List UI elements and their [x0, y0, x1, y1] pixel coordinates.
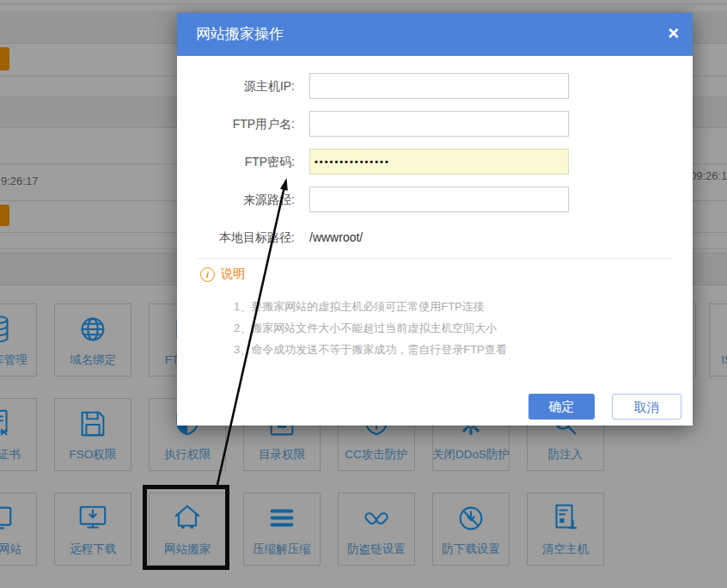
target-path-label: 本地目标路径: — [177, 224, 295, 250]
ftp-user-input[interactable] — [309, 111, 569, 137]
dialog-title: 网站搬家操作 — [196, 13, 284, 56]
ftp-user-label: FTP用户名: — [177, 111, 295, 137]
note-item: 1、要搬家网站的虚拟主机必须可正常使用FTP连接 — [234, 299, 485, 315]
cancel-button[interactable]: 取消 — [612, 394, 681, 420]
ftp-password-label: FTP密码: — [177, 149, 295, 175]
source-ip-label: 源主机IP: — [177, 73, 295, 99]
info-icon: i — [200, 267, 215, 282]
note-item: 2、搬家网站文件大小不能超过当前虚拟主机空间大小 — [234, 321, 497, 336]
source-ip-input[interactable] — [309, 73, 569, 99]
close-icon[interactable]: × — [668, 13, 679, 54]
annotation-highlight-box — [143, 485, 229, 570]
ftp-password-input[interactable] — [309, 149, 569, 175]
confirm-button[interactable]: 确定 — [528, 394, 595, 420]
note-title: 说明 — [221, 266, 245, 282]
source-path-label: 来源路径: — [177, 187, 295, 212]
site-mover-dialog: 网站搬家操作 × 源主机IP: FTP用户名: FTP密码: 来源路径: 本地目… — [177, 13, 693, 426]
dialog-header: 网站搬家操作 × — [177, 13, 693, 56]
target-path-value: /wwwroot/ — [309, 224, 363, 250]
note-item: 3、命令成功发送不等于搬家成功，需自行登录FTP查看 — [234, 342, 507, 358]
divider — [198, 258, 672, 259]
screen: 9:26:17 09:26:17 数据库管理 域名绑定 FTP密码 — [0, 0, 727, 588]
source-path-input[interactable] — [309, 187, 569, 212]
